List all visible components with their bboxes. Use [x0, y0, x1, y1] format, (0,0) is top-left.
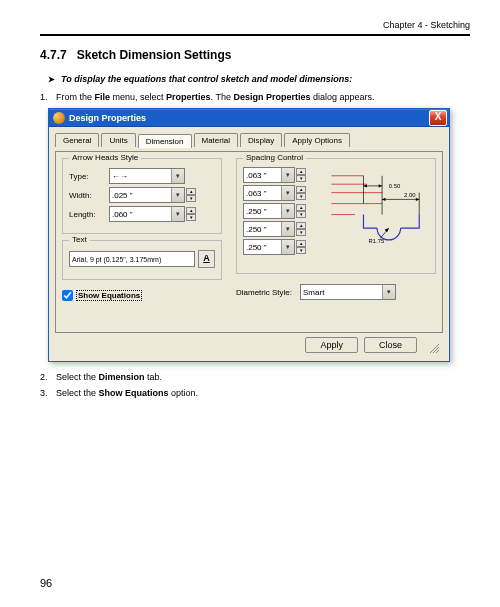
show-equations-label[interactable]: Show Equations — [76, 290, 142, 301]
tab-display[interactable]: Display — [240, 133, 282, 147]
length-spinner[interactable]: ▴▾ — [186, 207, 196, 221]
spacing-spinner[interactable]: ▴▾ — [296, 186, 306, 200]
spacing-spinner[interactable]: ▴▾ — [296, 168, 306, 182]
close-button[interactable]: X — [429, 110, 447, 126]
v: .025 " — [112, 191, 133, 200]
chevron-down-icon[interactable] — [281, 186, 294, 200]
t: dialog appears. — [310, 92, 374, 102]
spacing-spinner[interactable]: ▴▾ — [296, 240, 306, 254]
dim-value: 2.00 — [404, 192, 416, 198]
dimension-preview: 0.50 2.00 R1.75 — [323, 169, 431, 245]
length-label: Length: — [69, 210, 109, 219]
step-text: Select the Dimension tab. — [56, 372, 162, 382]
arrow-length-combo[interactable]: .060 " — [109, 206, 185, 222]
spacing-combo-3[interactable]: .250 " — [243, 203, 295, 219]
dim-value: 0.50 — [389, 183, 401, 189]
show-equations-checkbox[interactable] — [62, 290, 73, 301]
v: .060 " — [112, 210, 133, 219]
group-label: Text — [69, 235, 90, 244]
font-button[interactable]: A — [198, 250, 215, 268]
width-label: Width: — [69, 191, 109, 200]
step-2: 2. Select the Dimension tab. — [40, 372, 470, 382]
type-label: Type: — [69, 172, 109, 181]
chevron-down-icon[interactable] — [281, 204, 294, 218]
dialog-button-bar: Apply Close — [55, 333, 443, 355]
group-label: Arrow Heads Style — [69, 153, 141, 162]
step-text: Select the Show Equations option. — [56, 388, 198, 398]
t: Select the — [56, 388, 99, 398]
arrow-width-combo[interactable]: .025 " — [109, 187, 185, 203]
spacing-combo-2[interactable]: .063 " — [243, 185, 295, 201]
step-text: From the File menu, select Properties. T… — [56, 92, 375, 102]
font-display: Arial, 9 pt (0.125", 3.175mm) — [69, 251, 195, 267]
chevron-down-icon[interactable] — [281, 240, 294, 254]
header-rule — [40, 34, 470, 36]
v: .250 " — [246, 225, 267, 234]
t: tab. — [145, 372, 163, 382]
t: . The — [211, 92, 234, 102]
spacing-spinner[interactable]: ▴▾ — [296, 222, 306, 236]
spacing-combo-1[interactable]: .063 " — [243, 167, 295, 183]
chevron-down-icon[interactable] — [171, 188, 184, 202]
radius-value: R1.75 — [369, 238, 385, 244]
section-heading: Sketch Dimension Settings — [77, 48, 232, 62]
svg-marker-9 — [379, 184, 382, 187]
t: Dimension — [99, 372, 145, 382]
apply-button[interactable]: Apply — [305, 337, 358, 353]
t: From the — [56, 92, 95, 102]
diametric-row: Diametric Style: Smart — [236, 284, 436, 300]
svg-marker-12 — [416, 198, 419, 201]
tab-dimension[interactable]: Dimension — [138, 134, 192, 148]
tab-units[interactable]: Units — [101, 133, 135, 147]
chevron-down-icon[interactable] — [382, 285, 395, 299]
resize-grip-icon[interactable] — [427, 341, 439, 353]
v: .250 " — [246, 207, 267, 216]
t: option. — [169, 388, 199, 398]
chevron-down-icon[interactable] — [171, 169, 184, 183]
t: Properties — [166, 92, 211, 102]
step-3: 3. Select the Show Equations option. — [40, 388, 470, 398]
tab-apply-options[interactable]: Apply Options — [284, 133, 350, 147]
text-group: Text Arial, 9 pt (0.125", 3.175mm) A — [62, 240, 222, 280]
chevron-down-icon[interactable] — [171, 207, 184, 221]
dimension-panel: Arrow Heads Style Type: ←→ Width: .025 "… — [55, 151, 443, 333]
tab-strip: General Units Dimension Material Display… — [55, 133, 443, 147]
close-dialog-button[interactable]: Close — [364, 337, 417, 353]
v: .063 " — [246, 189, 267, 198]
diametric-label: Diametric Style: — [236, 288, 292, 297]
v: .063 " — [246, 171, 267, 180]
spacing-spinner[interactable]: ▴▾ — [296, 204, 306, 218]
section-number: 4.7.7 — [40, 48, 67, 62]
tab-general[interactable]: General — [55, 133, 99, 147]
arrow-heads-group: Arrow Heads Style Type: ←→ Width: .025 "… — [62, 158, 222, 234]
diametric-style-combo[interactable]: Smart — [300, 284, 396, 300]
instruction-prompt: To display the equations that control sk… — [48, 74, 470, 84]
t: Design Properties — [233, 92, 310, 102]
arrow-type-combo[interactable]: ←→ — [109, 168, 185, 184]
step-1: 1. From the File menu, select Properties… — [40, 92, 470, 102]
svg-marker-11 — [382, 198, 385, 201]
design-properties-dialog: Design Properties X General Units Dimens… — [48, 108, 450, 362]
spacing-combo-4[interactable]: .250 " — [243, 221, 295, 237]
section-title: 4.7.7 Sketch Dimension Settings — [40, 48, 470, 62]
page-number: 96 — [40, 577, 52, 589]
chapter-header: Chapter 4 - Sketching — [40, 20, 470, 30]
t: menu, select — [110, 92, 166, 102]
show-equations-row: Show Equations — [62, 290, 222, 301]
step-number: 1. — [40, 92, 56, 102]
app-icon — [53, 112, 65, 124]
tab-material[interactable]: Material — [194, 133, 238, 147]
step-number: 2. — [40, 372, 56, 382]
t: Show Equations — [99, 388, 169, 398]
group-label: Spacing Control — [243, 153, 306, 162]
dialog-title: Design Properties — [69, 113, 146, 123]
v: .250 " — [246, 243, 267, 252]
spacing-combo-5[interactable]: .250 " — [243, 239, 295, 255]
chevron-down-icon[interactable] — [281, 222, 294, 236]
width-spinner[interactable]: ▴▾ — [186, 188, 196, 202]
svg-marker-15 — [385, 228, 389, 232]
step-number: 3. — [40, 388, 56, 398]
chevron-down-icon[interactable] — [281, 168, 294, 182]
v: ←→ — [112, 172, 128, 181]
titlebar[interactable]: Design Properties X — [49, 109, 449, 127]
